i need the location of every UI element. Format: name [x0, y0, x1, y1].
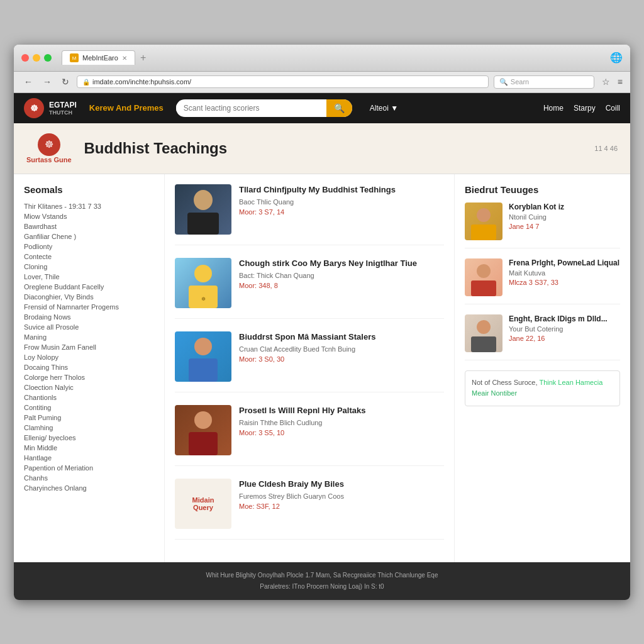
article-info: Biuddrst Spon Mâ Massiant Stalers Cruan … [239, 331, 444, 382]
active-tab[interactable]: M MebIntEaro ✕ [62, 50, 135, 65]
refresh-button[interactable]: ↻ [59, 75, 72, 88]
article-image [175, 405, 231, 455]
list-item[interactable]: Palt Puming [24, 413, 154, 423]
list-item[interactable]: Miow Vstands [24, 211, 154, 221]
logo-sub: THUTCH [49, 109, 77, 116]
list-item[interactable]: Cloning [24, 262, 154, 272]
list-item[interactable]: Loy Nolopy [24, 352, 154, 362]
article-info: Prosetl Is Willl Repnl Hly Paltaks Raisi… [239, 405, 444, 455]
nav-home[interactable]: Home [543, 104, 564, 113]
url-box[interactable]: 🔒 imdate.com/inchte:hpuhsis.com/ [77, 75, 489, 88]
nav-primary-link[interactable]: Kerew And Premes [89, 103, 164, 113]
article-author: Baoc Thlic Quang [239, 198, 444, 206]
featured-name[interactable]: Koryblan Kot iz [509, 203, 620, 211]
list-item[interactable]: Ellenig/ byecloes [24, 433, 154, 443]
back-button[interactable]: ← [21, 75, 35, 88]
article-title[interactable]: Tllard Chinfjpulty My Buddhist Tedhings [239, 184, 444, 196]
menu-button[interactable]: ≡ [618, 77, 623, 87]
list-item[interactable]: Brodaing Nows [24, 312, 154, 322]
minimize-button[interactable] [33, 54, 40, 62]
list-item[interactable]: Hantlage [24, 453, 154, 463]
source-member[interactable]: Meair Nontiber [472, 389, 517, 397]
article-thumbnail: MidainQuery [175, 479, 231, 529]
featured-item: Koryblan Kot iz Ntonil Cuing Jane 14 7 [465, 203, 620, 248]
site-search-input[interactable] [176, 100, 326, 116]
close-button[interactable] [21, 54, 29, 62]
source-text: Not of Chess Suroce, [472, 379, 539, 386]
list-item[interactable]: Diaconghier, Vty Binds [24, 292, 154, 302]
list-item[interactable]: Cloection Nalyic [24, 382, 154, 392]
person-svg [175, 184, 231, 235]
list-item[interactable]: Podlionty [24, 242, 154, 252]
footer-line2: Paraletres: ITno Procern Noing Loaj) In … [21, 581, 623, 592]
list-item[interactable]: Frow Musin Zam Fanell [24, 342, 154, 352]
featured-name[interactable]: Enght, Brack lDigs m Dlld... [509, 314, 620, 323]
featured-name[interactable]: Frena Prlght, PowneLad Liqual [509, 258, 620, 267]
globe-icon: 🌐 [610, 52, 623, 64]
article-item: MidainQuery Plue Cldesh Braiy My Biles F… [175, 479, 444, 540]
article-image [175, 184, 231, 235]
list-item[interactable]: Chantionls [24, 392, 154, 402]
address-bar: ← → ↻ 🔒 imdate.com/inchte:hpuhsis.com/ 🔍… [14, 72, 630, 93]
article-date: Moor: 3 S0, 30 [239, 355, 444, 363]
lock-icon: 🔒 [82, 79, 90, 86]
list-item[interactable]: Min Middle [24, 443, 154, 453]
list-item[interactable]: Contecte [24, 252, 154, 262]
svg-point-0 [194, 190, 213, 210]
featured-info: Frena Prlght, PowneLad Liqual Mait Kutuv… [509, 258, 620, 296]
article-title[interactable]: Prosetl Is Willl Repnl Hly Paltaks [239, 405, 444, 416]
list-item[interactable]: Ganfiliar Chene ) [24, 231, 154, 242]
list-item[interactable]: Colorge herr Tholos [24, 372, 154, 382]
list-item[interactable]: Suvice all Prosole [24, 322, 154, 332]
nav-starpy[interactable]: Starpy [574, 104, 596, 113]
list-item[interactable]: Contiting [24, 402, 154, 413]
url-text: imdate.com/inchte:hpuhsis.com/ [92, 78, 191, 86]
tab-close-icon[interactable]: ✕ [122, 55, 127, 62]
nav-coill[interactable]: Coill [606, 104, 620, 113]
featured-info: Enght, Brack lDigs m Dlld... Your But Co… [509, 314, 620, 352]
list-item[interactable]: Papention of Meriation [24, 463, 154, 473]
list-item[interactable]: Lover, Thile [24, 272, 154, 282]
article-title[interactable]: Chough stirk Coo My Barys Ney lnigtlhar … [239, 258, 444, 269]
article-title[interactable]: Biuddrst Spon Mâ Massiant Stalers [239, 331, 444, 343]
tab-favicon: M [70, 53, 79, 62]
svg-point-7 [194, 411, 212, 429]
forward-button[interactable]: → [40, 75, 54, 88]
list-item[interactable]: Charyinches Onlang [24, 483, 154, 493]
article-item: Tllard Chinfjpulty My Buddhist Tedhings … [175, 184, 444, 245]
tab-title: MebIntEaro [82, 54, 118, 62]
site-search-button[interactable]: 🔍 [326, 99, 352, 117]
featured-sub: Your But Cotering [509, 325, 620, 333]
article-author: Raisin Ththe Blich Cudlung [239, 419, 444, 426]
maximize-button[interactable] [44, 54, 52, 62]
source-link[interactable]: Think Lean Hamecia [539, 379, 602, 386]
user-menu[interactable]: Alteoi ▼ [370, 104, 398, 113]
svg-rect-6 [189, 358, 218, 382]
logo-text: EGTAPI [49, 101, 77, 109]
article-title[interactable]: Plue Cldesh Braiy My Biles [239, 479, 444, 490]
svg-point-9 [477, 208, 491, 222]
list-item[interactable]: Thir Klitanes - 19:31 7 33 [24, 201, 154, 211]
new-tab-button[interactable]: + [135, 50, 151, 66]
featured-sub: Mait Kutuva [509, 269, 620, 277]
list-item[interactable]: Frensid of Namnarter Progems [24, 302, 154, 312]
list-item[interactable]: Maning [24, 332, 154, 342]
right-sidebar-title: Biedrut Teuuges [465, 184, 620, 195]
article-date: Moor: 3 S7, 14 [239, 208, 444, 216]
featured-info: Koryblan Kot iz Ntonil Cuing Jane 14 7 [509, 203, 620, 240]
svg-rect-1 [187, 213, 219, 235]
featured-thumbnail [465, 314, 502, 352]
svg-rect-14 [471, 336, 496, 352]
browser-window: M MebIntEaro ✕ + 🌐 ← → ↻ 🔒 imdate.com/in… [14, 45, 630, 600]
featured-date: Jane 22, 16 [509, 335, 620, 342]
sidebar-title: Seomals [24, 184, 154, 195]
browser-search-box[interactable]: 🔍 Searn [494, 75, 594, 89]
list-item[interactable]: Chanhs [24, 473, 154, 483]
bookmark-button[interactable]: ☆ [599, 75, 613, 88]
list-item[interactable]: Clamhing [24, 423, 154, 433]
list-item[interactable]: Bawrdhast [24, 221, 154, 231]
article-date: Moor: 348, 8 [239, 282, 444, 289]
list-item[interactable]: Docaing Thins [24, 362, 154, 372]
source-box: Not of Chess Suroce, Think Lean Hamecia … [465, 370, 620, 406]
list-item[interactable]: Oreglene Buddant Facelly [24, 282, 154, 292]
